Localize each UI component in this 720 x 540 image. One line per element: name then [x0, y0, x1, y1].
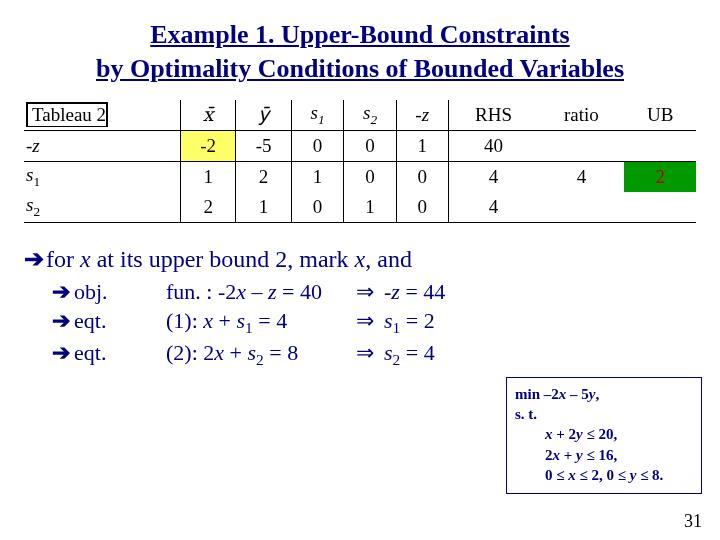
- cell: 1: [344, 192, 396, 223]
- cell: 1: [396, 130, 448, 161]
- col-ub: UB: [624, 100, 696, 131]
- page-title: Example 1. Upper-Bound Constraints by Op…: [0, 0, 720, 94]
- col-y: ȳ: [236, 100, 291, 131]
- col-x: x̄: [180, 100, 235, 131]
- sidebox-line: x + 2y ≤ 20,: [515, 424, 693, 444]
- sidebox-line: 0 ≤ x ≤ 2, 0 ≤ y ≤ 8.: [515, 465, 693, 485]
- arrow-icon: ➔: [52, 340, 74, 366]
- cell: 1: [180, 161, 235, 192]
- arrow-icon: ➔: [24, 245, 46, 273]
- cell: 2: [236, 161, 291, 192]
- cell: [538, 130, 624, 161]
- cell: 0: [291, 130, 343, 161]
- body-sub-line: ➔ obj. fun. : -2x – z = 40 ⇒ -z = 44: [52, 279, 696, 305]
- table-row: s2 2 1 0 1 0 4: [24, 192, 696, 223]
- cell: 1: [236, 192, 291, 223]
- tableau-container: Tableau 2 x̄ ȳ s1 s2 -z RHS ratio UB -z …: [24, 100, 696, 223]
- ub-value-cell: 2: [624, 161, 696, 192]
- body-sub-line: ➔ eqt. (1): x + s1 = 4 ⇒ s1 = 2: [52, 308, 696, 337]
- page-number: 31: [684, 511, 702, 532]
- cell: 0: [396, 161, 448, 192]
- row-name: -z: [24, 130, 180, 161]
- cell: [538, 192, 624, 223]
- table-row: s1 1 2 1 0 0 4 4 2: [24, 161, 696, 192]
- row-name: s1: [24, 161, 180, 192]
- cell: 0: [344, 130, 396, 161]
- sidebox-line: 2x + y ≤ 16,: [515, 445, 693, 465]
- sidebox-line: s. t.: [515, 404, 693, 424]
- row-name: s2: [24, 192, 180, 223]
- cell: -2: [180, 130, 235, 161]
- body-sub-line: ➔ eqt. (2): 2x + s2 = 8 ⇒ s2 = 4: [52, 340, 696, 369]
- tableau-table: Tableau 2 x̄ ȳ s1 s2 -z RHS ratio UB -z …: [24, 100, 696, 223]
- cell: [624, 192, 696, 223]
- cell: 4: [538, 161, 624, 192]
- tableau-label-cell: Tableau 2: [24, 100, 180, 131]
- cell: 4: [448, 161, 538, 192]
- cell: 1: [291, 161, 343, 192]
- body-text: ➔for x at its upper bound 2, mark x, and…: [24, 245, 696, 370]
- tableau-label: Tableau 2: [26, 102, 108, 127]
- body-line-1: ➔for x at its upper bound 2, mark x, and: [24, 245, 696, 273]
- cell: 2: [180, 192, 235, 223]
- arrow-icon: ➔: [52, 308, 74, 334]
- table-row: -z -2 -5 0 0 1 40: [24, 130, 696, 161]
- col-s2: s2: [344, 100, 396, 131]
- sidebox-line: min –2x – 5y,: [515, 384, 693, 404]
- cell: 0: [291, 192, 343, 223]
- problem-definition-box: min –2x – 5y, s. t. x + 2y ≤ 20, 2x + y …: [506, 377, 702, 494]
- cell: 0: [344, 161, 396, 192]
- cell: -5: [236, 130, 291, 161]
- cell: 4: [448, 192, 538, 223]
- cell: 0: [396, 192, 448, 223]
- cell: 40: [448, 130, 538, 161]
- cell: [624, 130, 696, 161]
- col-s1: s1: [291, 100, 343, 131]
- arrow-icon: ➔: [52, 279, 74, 305]
- col-rhs: RHS: [448, 100, 538, 131]
- col-ratio: ratio: [538, 100, 624, 131]
- col-z: -z: [396, 100, 448, 131]
